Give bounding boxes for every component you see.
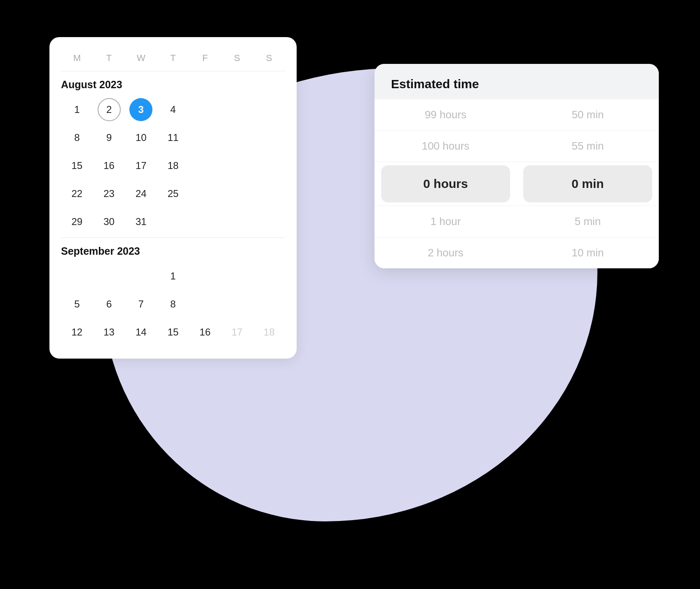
month-september-label: September 2023	[61, 245, 285, 257]
min-50[interactable]: 50 min	[517, 99, 659, 130]
sep-day-14[interactable]: 14	[129, 321, 152, 344]
aug-day-8[interactable]: 8	[66, 126, 89, 149]
aug-day-31[interactable]: 31	[129, 210, 152, 233]
time-card-header: Estimated time	[375, 64, 659, 99]
time-row-100: 100 hours 55 min	[375, 131, 659, 162]
sep-day-5[interactable]: 5	[66, 293, 89, 316]
aug-day-15[interactable]: 15	[66, 154, 89, 177]
min-55[interactable]: 55 min	[517, 131, 659, 162]
august-days-grid: 1 2 3 4 8 9 10 11 15 16 17 18 22 23	[61, 96, 285, 236]
time-row-0: 0 hours 0 min	[375, 162, 659, 206]
sep-day-17[interactable]: 17	[225, 321, 248, 344]
sep-day-16[interactable]: 16	[194, 321, 217, 344]
dow-m: M	[61, 49, 93, 67]
dow-w: W	[125, 49, 157, 67]
dow-s2: S	[253, 49, 285, 67]
sep-day-13[interactable]: 13	[98, 321, 121, 344]
hour-0-selected[interactable]: 0 hours	[381, 165, 510, 202]
sep-day-1[interactable]: 1	[162, 265, 185, 288]
min-5[interactable]: 5 min	[517, 206, 659, 237]
sep-day-18[interactable]: 18	[258, 321, 281, 344]
aug-day-4[interactable]: 4	[162, 98, 185, 121]
time-picker-card: Estimated time 99 hours 50 min 100 hours…	[375, 64, 659, 268]
calendar-card: M T W T F S S August 2023 1 2 3 4 8 9 10…	[49, 37, 297, 359]
sep-day-6[interactable]: 6	[98, 293, 121, 316]
dow-t2: T	[157, 49, 189, 67]
aug-day-3[interactable]: 3	[129, 98, 152, 121]
month-august-label: August 2023	[61, 79, 285, 91]
sep-day-12[interactable]: 12	[66, 321, 89, 344]
min-10[interactable]: 10 min	[517, 237, 659, 268]
aug-day-23[interactable]: 23	[98, 182, 121, 205]
aug-day-11[interactable]: 11	[162, 126, 185, 149]
aug-day-10[interactable]: 10	[129, 126, 152, 149]
dow-s1: S	[221, 49, 253, 67]
dow-t1: T	[93, 49, 125, 67]
hour-1[interactable]: 1 hour	[375, 206, 517, 237]
september-days-grid: 1 5 6 7 8 12 13 14 15 16 17 18	[61, 262, 285, 346]
time-card-body: 99 hours 50 min 100 hours 55 min 0 hours…	[375, 99, 659, 268]
hour-2[interactable]: 2 hours	[375, 237, 517, 268]
sep-day-8[interactable]: 8	[162, 293, 185, 316]
sep-day-15[interactable]: 15	[162, 321, 185, 344]
scene: M T W T F S S August 2023 1 2 3 4 8 9 10…	[0, 0, 700, 589]
aug-day-30[interactable]: 30	[98, 210, 121, 233]
sep-day-7[interactable]: 7	[129, 293, 152, 316]
aug-day-empty3	[258, 98, 281, 121]
aug-day-2[interactable]: 2	[98, 98, 121, 121]
hour-99[interactable]: 99 hours	[375, 99, 517, 130]
calendar-divider	[61, 71, 285, 71]
aug-day-9[interactable]: 9	[98, 126, 121, 149]
min-0-selected[interactable]: 0 min	[523, 165, 652, 202]
aug-day-25[interactable]: 25	[162, 182, 185, 205]
aug-day-1[interactable]: 1	[66, 98, 89, 121]
aug-day-22[interactable]: 22	[66, 182, 89, 205]
dow-f: F	[189, 49, 221, 67]
calendar-divider-2	[61, 237, 285, 238]
aug-day-18[interactable]: 18	[162, 154, 185, 177]
aug-day-16[interactable]: 16	[98, 154, 121, 177]
time-card-title: Estimated time	[391, 77, 642, 91]
time-row-99: 99 hours 50 min	[375, 99, 659, 131]
aug-day-empty1	[194, 98, 217, 121]
aug-day-29[interactable]: 29	[66, 210, 89, 233]
aug-day-24[interactable]: 24	[129, 182, 152, 205]
time-row-2: 2 hours 10 min	[375, 237, 659, 268]
aug-day-empty2	[225, 98, 248, 121]
calendar-dow-row: M T W T F S S	[61, 49, 285, 67]
hour-100[interactable]: 100 hours	[375, 131, 517, 162]
time-row-1: 1 hour 5 min	[375, 206, 659, 237]
aug-day-17[interactable]: 17	[129, 154, 152, 177]
